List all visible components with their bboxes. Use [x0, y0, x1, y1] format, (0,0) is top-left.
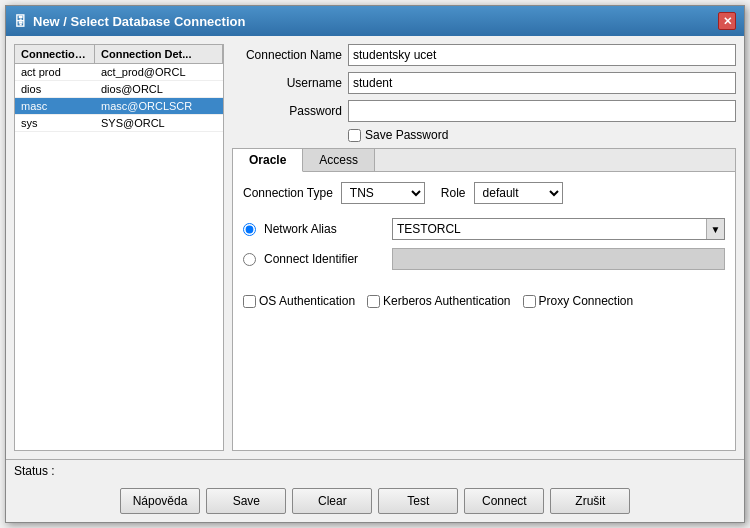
kerberos-auth-label: Kerberos Authentication	[383, 294, 510, 308]
proxy-conn-item: Proxy Connection	[523, 294, 634, 308]
row-detail: act_prod@ORCL	[95, 64, 223, 80]
col-name-header: Connection Name	[15, 45, 95, 63]
kerberos-auth-checkbox[interactable]	[367, 295, 380, 308]
table-row[interactable]: masc masc@ORCLSCR	[15, 98, 223, 115]
title-bar: 🗄 New / Select Database Connection ✕	[6, 6, 744, 36]
dialog-title: New / Select Database Connection	[33, 14, 245, 29]
connection-list-panel: Connection Name Connection Det... act pr…	[14, 44, 224, 451]
table-row[interactable]: act prod act_prod@ORCL	[15, 64, 223, 81]
connect-identifier-label: Connect Identifier	[264, 252, 384, 266]
proxy-conn-checkbox[interactable]	[523, 295, 536, 308]
table-header: Connection Name Connection Det...	[15, 45, 223, 64]
password-label: Password	[232, 104, 342, 118]
connect-identifier-row: Connect Identifier	[243, 248, 725, 270]
napoveda-button[interactable]: Nápověda	[120, 488, 201, 514]
network-alias-dropdown: ▼	[392, 218, 725, 240]
network-alias-label: Network Alias	[264, 222, 384, 236]
status-label: Status :	[14, 464, 55, 478]
os-auth-item: OS Authentication	[243, 294, 355, 308]
connection-table-body: act prod act_prod@ORCL dios dios@ORCL ma…	[15, 64, 223, 450]
dialog: 🗄 New / Select Database Connection ✕ Con…	[5, 5, 745, 523]
proxy-conn-label: Proxy Connection	[539, 294, 634, 308]
zrusit-button[interactable]: Zrušit	[550, 488, 630, 514]
tabs-container: Oracle Access Connection Type TNS Basic …	[232, 148, 736, 451]
table-row[interactable]: dios dios@ORCL	[15, 81, 223, 98]
button-bar: Nápověda Save Clear Test Connect Zrušit	[6, 482, 744, 522]
os-auth-checkbox[interactable]	[243, 295, 256, 308]
password-row: Password	[232, 100, 736, 122]
conn-type-label: Connection Type	[243, 186, 333, 200]
role-label: Role	[441, 186, 466, 200]
save-password-row: Save Password	[348, 128, 736, 142]
username-input[interactable]	[348, 72, 736, 94]
row-name: dios	[15, 81, 95, 97]
row-name: act prod	[15, 64, 95, 80]
network-alias-radio[interactable]	[243, 223, 256, 236]
tab-bar: Oracle Access	[233, 149, 735, 172]
row-detail: masc@ORCLSCR	[95, 98, 223, 114]
connection-name-input[interactable]	[348, 44, 736, 66]
save-password-checkbox[interactable]	[348, 129, 361, 142]
connect-button[interactable]: Connect	[464, 488, 544, 514]
save-button[interactable]: Save	[206, 488, 286, 514]
connect-identifier-radio[interactable]	[243, 253, 256, 266]
connection-name-label: Connection Name	[232, 48, 342, 62]
connection-name-row: Connection Name	[232, 44, 736, 66]
connection-type-select[interactable]: TNS Basic Advanced	[341, 182, 425, 204]
connect-identifier-input-disabled	[392, 248, 725, 270]
radio-group: Network Alias ▼ Connect Identifier	[243, 212, 725, 276]
auth-row: OS Authentication Kerberos Authenticatio…	[243, 294, 725, 308]
username-label: Username	[232, 76, 342, 90]
save-password-label: Save Password	[365, 128, 448, 142]
row-name: masc	[15, 98, 95, 114]
row-name: sys	[15, 115, 95, 131]
role-select[interactable]: default SYSDBA SYSOPER	[474, 182, 563, 204]
table-row[interactable]: sys SYS@ORCL	[15, 115, 223, 132]
username-row: Username	[232, 72, 736, 94]
os-auth-label: OS Authentication	[259, 294, 355, 308]
tab-access[interactable]: Access	[303, 149, 375, 171]
main-content: Connection Name Connection Det... act pr…	[6, 36, 744, 459]
dialog-icon: 🗄	[14, 14, 27, 29]
network-alias-input[interactable]	[393, 219, 706, 239]
network-alias-row: Network Alias ▼	[243, 218, 725, 240]
row-detail: dios@ORCL	[95, 81, 223, 97]
close-button[interactable]: ✕	[718, 12, 736, 30]
conn-type-row: Connection Type TNS Basic Advanced Role …	[243, 182, 725, 204]
clear-button[interactable]: Clear	[292, 488, 372, 514]
status-bar: Status :	[6, 459, 744, 482]
tab-oracle[interactable]: Oracle	[233, 149, 303, 172]
oracle-tab-content: Connection Type TNS Basic Advanced Role …	[233, 172, 735, 450]
row-detail: SYS@ORCL	[95, 115, 223, 131]
password-input[interactable]	[348, 100, 736, 122]
network-alias-dropdown-btn[interactable]: ▼	[706, 219, 724, 239]
kerberos-auth-item: Kerberos Authentication	[367, 294, 510, 308]
test-button[interactable]: Test	[378, 488, 458, 514]
right-panel: Connection Name Username Password Save P…	[232, 44, 736, 451]
col-det-header: Connection Det...	[95, 45, 223, 63]
